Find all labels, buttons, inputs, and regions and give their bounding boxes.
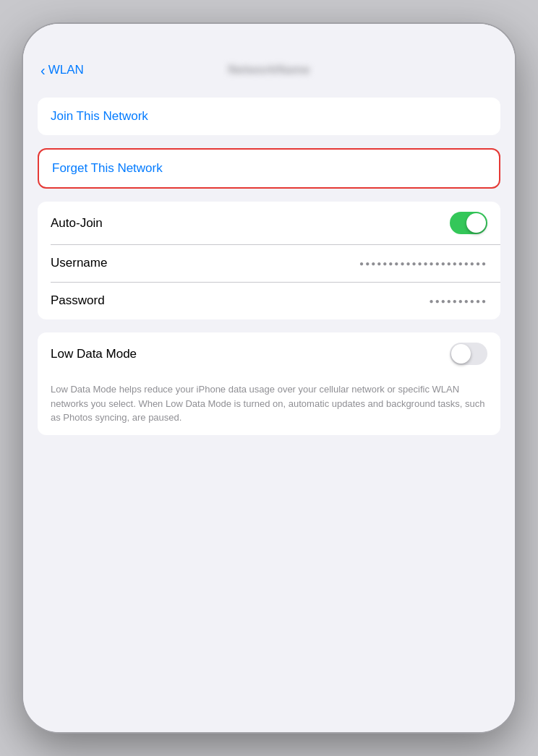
join-network-card: Join This Network bbox=[38, 98, 500, 135]
low-data-row: Low Data Mode bbox=[38, 332, 500, 375]
low-data-toggle[interactable] bbox=[450, 343, 487, 365]
password-label: Password bbox=[51, 293, 105, 308]
network-name: NetworkName bbox=[84, 63, 454, 77]
phone-frame: ‹ WLAN NetworkName Join This Network For… bbox=[23, 24, 515, 732]
low-data-label: Low Data Mode bbox=[51, 347, 137, 361]
username-row[interactable]: Username ●●●●●●●●●●●●●●●●●●●●●● bbox=[38, 244, 500, 282]
low-data-description: Low Data Mode helps reduce your iPhone d… bbox=[38, 375, 500, 435]
back-button[interactable]: ‹ WLAN bbox=[40, 63, 84, 77]
auto-join-toggle[interactable] bbox=[450, 212, 487, 234]
back-label: WLAN bbox=[48, 63, 84, 77]
join-network-label: Join This Network bbox=[51, 109, 148, 124]
low-data-toggle-knob bbox=[451, 344, 471, 364]
username-value: ●●●●●●●●●●●●●●●●●●●●●● bbox=[359, 259, 487, 267]
header: ‹ WLAN NetworkName bbox=[23, 24, 515, 86]
screen: ‹ WLAN NetworkName Join This Network For… bbox=[23, 24, 515, 732]
forget-network-label: Forget This Network bbox=[52, 161, 163, 176]
forget-network-row[interactable]: Forget This Network bbox=[39, 150, 499, 187]
password-row[interactable]: Password ●●●●●●●●●● bbox=[38, 282, 500, 319]
auto-join-row: Auto-Join bbox=[38, 202, 500, 244]
username-label: Username bbox=[51, 256, 107, 270]
network-settings-card: Auto-Join Username ●●●●●●●●●●●●●●●●●●●●●… bbox=[38, 202, 500, 319]
auto-join-label: Auto-Join bbox=[51, 216, 103, 231]
content-area: Join This Network Forget This Network Au… bbox=[23, 86, 515, 460]
low-data-card: Low Data Mode Low Data Mode helps reduce… bbox=[38, 332, 500, 435]
forget-network-card: Forget This Network bbox=[38, 148, 500, 189]
back-chevron-icon: ‹ bbox=[40, 63, 46, 77]
password-value: ●●●●●●●●●● bbox=[430, 297, 487, 305]
join-network-row[interactable]: Join This Network bbox=[38, 98, 500, 135]
toggle-knob bbox=[466, 213, 486, 233]
